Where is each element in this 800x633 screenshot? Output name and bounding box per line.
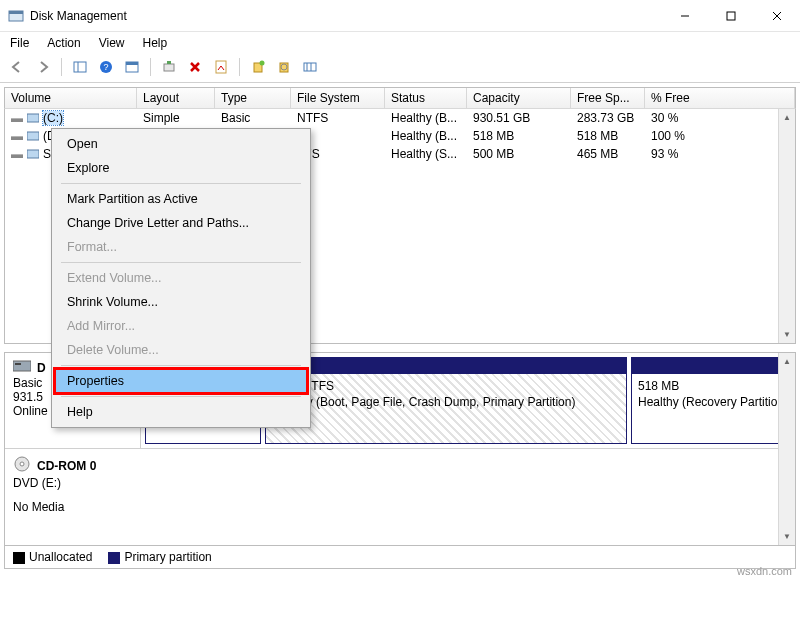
scrollbar-vertical[interactable]: ▲ ▼ bbox=[778, 109, 795, 343]
ctx-help[interactable]: Help bbox=[55, 400, 307, 424]
volume-icon bbox=[27, 148, 39, 160]
refresh-button[interactable] bbox=[158, 56, 180, 78]
show-hide-tree-button[interactable] bbox=[69, 56, 91, 78]
svg-rect-24 bbox=[27, 150, 39, 158]
forward-button[interactable] bbox=[32, 56, 54, 78]
close-button[interactable] bbox=[754, 0, 800, 31]
svg-rect-23 bbox=[27, 132, 39, 140]
disk-icon bbox=[13, 359, 31, 376]
volume-icon bbox=[27, 112, 39, 124]
partition[interactable]: 518 MB Healthy (Recovery Partitio bbox=[631, 357, 791, 444]
cdrom-icon bbox=[13, 455, 31, 476]
volume-name: (C:) bbox=[43, 111, 63, 125]
svg-point-28 bbox=[20, 462, 24, 466]
disk-row: CD-ROM 0 DVD (E:) No Media ▲ ▼ bbox=[5, 449, 795, 545]
scroll-down-icon[interactable]: ▼ bbox=[779, 326, 795, 343]
svg-rect-19 bbox=[304, 63, 316, 71]
svg-rect-3 bbox=[727, 12, 735, 20]
delete-icon[interactable] bbox=[184, 56, 206, 78]
ctx-mark-active[interactable]: Mark Partition as Active bbox=[55, 187, 307, 211]
col-layout[interactable]: Layout bbox=[137, 88, 215, 108]
ctx-extend-volume[interactable]: Extend Volume... bbox=[55, 266, 307, 290]
ctx-format[interactable]: Format... bbox=[55, 235, 307, 259]
scroll-up-icon[interactable]: ▲ bbox=[779, 353, 795, 370]
svg-rect-14 bbox=[216, 61, 226, 73]
svg-text:?: ? bbox=[103, 62, 108, 72]
scrollbar-vertical[interactable]: ▲ ▼ bbox=[778, 353, 795, 545]
menubar: File Action View Help bbox=[0, 32, 800, 54]
minimize-button[interactable] bbox=[662, 0, 708, 31]
ctx-delete-volume[interactable]: Delete Volume... bbox=[55, 338, 307, 362]
titlebar: Disk Management bbox=[0, 0, 800, 32]
volume-icon bbox=[27, 130, 39, 142]
scroll-up-icon[interactable]: ▲ bbox=[779, 109, 795, 126]
menu-view[interactable]: View bbox=[99, 36, 125, 50]
svg-rect-11 bbox=[126, 62, 138, 65]
properties-icon[interactable] bbox=[210, 56, 232, 78]
volume-row[interactable]: ▬ (C:) Simple Basic NTFS Healthy (B... 9… bbox=[5, 109, 795, 127]
col-volume[interactable]: Volume bbox=[5, 88, 137, 108]
volume-list-header: Volume Layout Type File System Status Ca… bbox=[4, 87, 796, 108]
svg-rect-13 bbox=[167, 61, 171, 64]
new-volume-icon[interactable] bbox=[247, 56, 269, 78]
svg-rect-25 bbox=[13, 361, 31, 371]
legend: Unallocated Primary partition bbox=[4, 546, 796, 569]
app-icon bbox=[8, 8, 24, 24]
ctx-properties[interactable]: Properties bbox=[55, 369, 307, 393]
legend-primary-partition: Primary partition bbox=[108, 550, 211, 564]
partition-header bbox=[266, 358, 626, 374]
menu-action[interactable]: Action bbox=[47, 36, 80, 50]
ctx-shrink-volume[interactable]: Shrink Volume... bbox=[55, 290, 307, 314]
toolbar: ? bbox=[0, 54, 800, 83]
svg-rect-26 bbox=[15, 363, 21, 365]
svg-rect-22 bbox=[27, 114, 39, 122]
legend-unallocated: Unallocated bbox=[13, 550, 92, 564]
svg-point-16 bbox=[260, 61, 265, 66]
svg-rect-12 bbox=[164, 64, 174, 71]
help-icon[interactable]: ? bbox=[95, 56, 117, 78]
svg-rect-6 bbox=[74, 62, 86, 72]
back-button[interactable] bbox=[6, 56, 28, 78]
disk-label[interactable]: CD-ROM 0 DVD (E:) No Media bbox=[5, 449, 141, 545]
ctx-add-mirror[interactable]: Add Mirror... bbox=[55, 314, 307, 338]
window-title: Disk Management bbox=[30, 9, 127, 23]
action-button[interactable] bbox=[121, 56, 143, 78]
col-status[interactable]: Status bbox=[385, 88, 467, 108]
attach-vhd-icon[interactable] bbox=[273, 56, 295, 78]
maximize-button[interactable] bbox=[708, 0, 754, 31]
col-free-space[interactable]: Free Sp... bbox=[571, 88, 645, 108]
ctx-explore[interactable]: Explore bbox=[55, 156, 307, 180]
scroll-down-icon[interactable]: ▼ bbox=[779, 528, 795, 545]
settings-icon[interactable] bbox=[299, 56, 321, 78]
col-pct-free[interactable]: % Free bbox=[645, 88, 795, 108]
partition[interactable]: 1 GB NTFS Healthy (Boot, Page File, Cras… bbox=[265, 357, 627, 444]
context-menu: Open Explore Mark Partition as Active Ch… bbox=[51, 128, 311, 428]
menu-help[interactable]: Help bbox=[143, 36, 168, 50]
col-type[interactable]: Type bbox=[215, 88, 291, 108]
watermark: wsxdn.com bbox=[737, 565, 792, 577]
col-file-system[interactable]: File System bbox=[291, 88, 385, 108]
ctx-change-letter[interactable]: Change Drive Letter and Paths... bbox=[55, 211, 307, 235]
ctx-open[interactable]: Open bbox=[55, 132, 307, 156]
col-capacity[interactable]: Capacity bbox=[467, 88, 571, 108]
svg-rect-1 bbox=[9, 11, 23, 14]
menu-file[interactable]: File bbox=[10, 36, 29, 50]
partition-header bbox=[632, 358, 790, 374]
